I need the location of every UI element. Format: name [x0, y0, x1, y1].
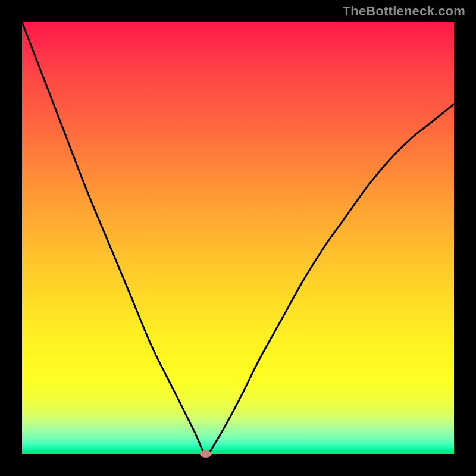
minimum-marker	[200, 450, 212, 458]
chart-container: TheBottleneck.com	[0, 0, 476, 476]
watermark-text: TheBottleneck.com	[343, 4, 465, 19]
curve-layer	[22, 22, 454, 454]
bottleneck-curve	[22, 22, 454, 454]
